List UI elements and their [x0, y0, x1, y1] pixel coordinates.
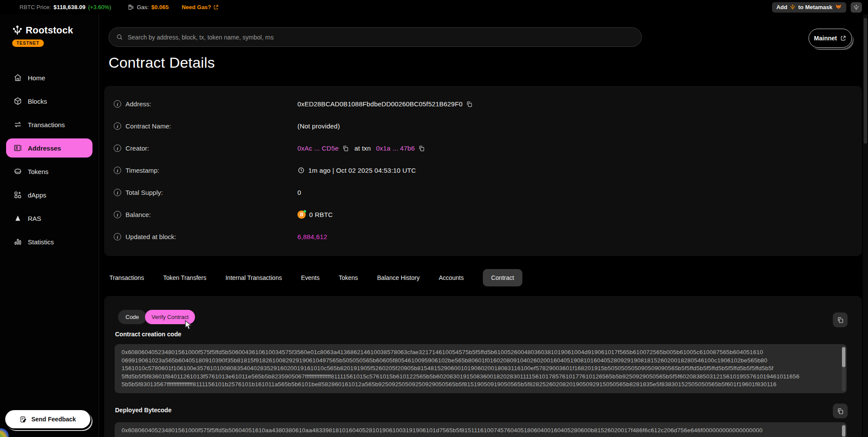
code-line: 0x608060405234801561000f575f5ffd5b506040… — [122, 427, 836, 435]
tab[interactable]: Transactions — [109, 269, 144, 286]
balance-label: Balance: — [125, 211, 151, 218]
feedback-label: Send Feedback — [31, 416, 76, 423]
rbtc-price-value: $118,638.09 — [53, 4, 86, 10]
deployed-bytecode-scrollbar — [842, 424, 845, 437]
rootstock-apps-button[interactable] — [851, 2, 862, 13]
total-supply-label: Total Supply: — [125, 189, 163, 196]
creation-code-scrollbar-thumb[interactable] — [842, 347, 845, 367]
sidebar-item-transactions[interactable]: Transactions — [6, 115, 92, 134]
tab[interactable]: Token Transfers — [163, 269, 207, 286]
external-link-icon — [840, 35, 846, 41]
deployed-bytecode-label: Deployed Bytecode — [115, 407, 172, 414]
corner-gradient-decoration — [0, 428, 9, 437]
mainnet-label: Mainnet — [814, 35, 837, 42]
info-icon: i — [114, 167, 121, 174]
info-icon: i — [114, 189, 121, 196]
metamask-suffix-label: to Metamask — [798, 4, 832, 10]
gas-label: Gas: — [137, 4, 149, 10]
gas-pump-icon — [128, 4, 134, 10]
page-scrollbar — [863, 14, 868, 437]
topbar: RBTC Price: $118,638.09 (+3.60%) Gas: $0… — [0, 0, 868, 14]
sidebar: Rootstock TESTNET Home Transactions Bloc… — [0, 14, 99, 437]
info-icon: i — [114, 211, 121, 218]
code-tab-button[interactable]: Code — [118, 310, 146, 324]
add-to-metamask-button[interactable]: Add to Metamask — [772, 2, 846, 13]
sidebar-item-dapps[interactable]: dApps — [6, 185, 92, 204]
external-link-icon — [213, 4, 219, 10]
creation-code-label: Contract creation code — [115, 331, 181, 338]
timestamp-value: 1m ago | Oct 02 2025 04:53:10 UTC — [308, 167, 416, 174]
search-icon — [116, 33, 123, 41]
contract-details-panel: i Address: 0xED28BCAD0B1088FbdbeDD00260B… — [104, 86, 862, 256]
sidebar-item-tokens[interactable]: Tokens — [6, 162, 92, 181]
tab[interactable]: Events — [301, 269, 320, 286]
copy-address-button[interactable] — [466, 101, 473, 108]
sidebar-item-blocks[interactable]: Transactions Blocks — [6, 92, 92, 111]
address-value: 0xED28BCAD0B1088FbdbeDD00260BC05f521B629… — [297, 100, 462, 108]
detail-row-updated-block: i Updated at block: 6,884,612 — [114, 226, 862, 248]
rbtc-price-label: RBTC Price: — [20, 4, 51, 10]
code-line: 5ffd5b5f5f83601f84011261013f5761013e6101… — [122, 373, 836, 381]
sidebar-item-statistics[interactable]: Statistics — [6, 232, 92, 251]
info-icon: i — [114, 145, 121, 152]
feedback-pencil-icon — [20, 416, 27, 423]
tab[interactable]: Balance History — [377, 269, 419, 286]
detail-row-total-supply: i Total Supply: 0 — [114, 181, 862, 204]
deployed-bytecode-block: 0x608060405234801561000f575f5ffd5b506040… — [115, 422, 847, 437]
send-feedback-button[interactable]: Send Feedback — [5, 410, 90, 428]
sidebar-item-ras[interactable]: RAS — [6, 209, 92, 228]
sidebar-item-label: RAS — [28, 215, 41, 222]
address-tabs: Transactions Token Transfers Internal Tr… — [109, 268, 522, 287]
sidebar-item-label: Blocks — [28, 98, 47, 105]
copy-creation-code-button[interactable] — [833, 312, 848, 327]
sidebar-item-label: dApps — [28, 191, 46, 199]
detail-row-contract-name: i Contract Name: (Not provided) — [114, 115, 862, 137]
verify-contract-button[interactable]: Verify Contract — [145, 310, 195, 324]
page-title: Contract Details — [109, 54, 215, 71]
search-bar — [109, 27, 642, 47]
need-gas-link[interactable]: Need Gas? — [182, 4, 219, 10]
timestamp-label: Timestamp: — [125, 167, 159, 174]
rbtc-price-group: RBTC Price: $118,638.09 (+3.60%) — [20, 4, 111, 10]
sidebar-item-addresses[interactable]: Addresses — [6, 138, 92, 158]
brand-name: Rootstock — [26, 25, 73, 36]
contract-name-value: (Not provided) — [297, 122, 340, 130]
creator-address-link[interactable]: 0xAc ... CD5e — [297, 145, 339, 152]
deployed-bytecode-lines: 0x608060405234801561000f575f5ffd5b506040… — [122, 427, 836, 435]
detail-row-creator: i Creator: 0xAc ... CD5e at txn 0x1a ...… — [114, 137, 862, 159]
total-supply-value: 0 — [297, 189, 301, 196]
sidebar-item-label: Addresses — [28, 145, 61, 152]
code-line: 5b5b5f83013567ffffffffffffffff8111156101… — [122, 381, 836, 389]
copy-tx-button[interactable] — [418, 145, 425, 152]
info-icon: i — [114, 100, 121, 108]
updated-block-link[interactable]: 6,884,612 — [297, 233, 327, 240]
deployed-bytecode-scrollbar-thumb[interactable] — [842, 425, 845, 437]
creation-tx-link[interactable]: 0x1a ... 47b6 — [376, 145, 415, 152]
mainnet-button[interactable]: Mainnet — [809, 29, 852, 48]
code-line: 0x608060405234801561000f575f5ffd5b506004… — [122, 348, 836, 357]
sidebar-item-label: Transactions — [28, 121, 65, 128]
tab[interactable]: Accounts — [439, 269, 464, 286]
creation-code-lines: 0x608060405234801561000f575f5ffd5b506004… — [122, 348, 836, 389]
search-input[interactable] — [128, 34, 634, 41]
metamask-prefix-label: Add — [776, 4, 787, 10]
creator-label: Creator: — [125, 145, 149, 152]
copy-creator-button[interactable] — [342, 145, 349, 152]
tab[interactable]: Internal Transactions — [225, 269, 282, 286]
tab[interactable]: Contract — [483, 269, 522, 286]
page-scrollbar-thumb[interactable] — [864, 18, 867, 144]
tab[interactable]: Tokens — [339, 269, 358, 286]
sidebar-nav: Home Transactions Blocks Transactions Ad… — [0, 68, 99, 251]
apps-grid-icon — [13, 191, 22, 199]
clock-icon — [297, 167, 305, 174]
creation-code-scrollbar — [842, 346, 845, 391]
address-label: Address: — [125, 100, 151, 108]
balance-value: 0 RBTC — [309, 211, 333, 218]
rootstock-logo[interactable]: Rootstock — [12, 25, 99, 36]
info-icon: i — [114, 122, 121, 130]
copy-deployed-bytecode-button[interactable] — [833, 404, 848, 418]
rbtc-price-change: (+3.60%) — [88, 4, 111, 10]
rootstock-logo-icon — [12, 25, 23, 36]
sidebar-item-home[interactable]: Home — [6, 68, 92, 87]
contract-code-panel: Code Verify Contract Contract creation c… — [104, 296, 862, 437]
